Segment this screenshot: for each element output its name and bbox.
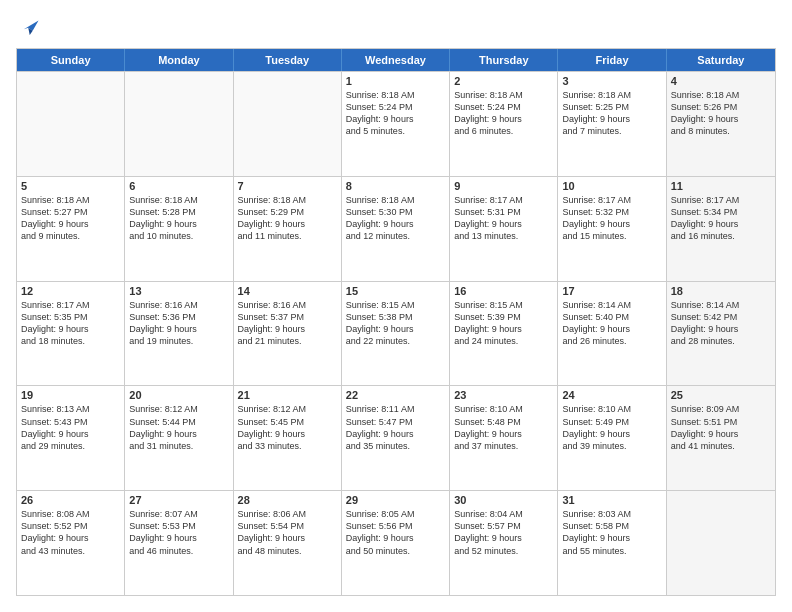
svg-marker-0 [24,20,39,30]
day-number: 24 [562,389,661,401]
day-cell-25: 25Sunrise: 8:09 AM Sunset: 5:51 PM Dayli… [667,386,775,490]
day-cell-26: 26Sunrise: 8:08 AM Sunset: 5:52 PM Dayli… [17,491,125,595]
day-cell-7: 7Sunrise: 8:18 AM Sunset: 5:29 PM Daylig… [234,177,342,281]
day-number: 15 [346,285,445,297]
day-info: Sunrise: 8:09 AM Sunset: 5:51 PM Dayligh… [671,403,771,452]
day-info: Sunrise: 8:16 AM Sunset: 5:37 PM Dayligh… [238,299,337,348]
day-cell-15: 15Sunrise: 8:15 AM Sunset: 5:38 PM Dayli… [342,282,450,386]
day-cell-13: 13Sunrise: 8:16 AM Sunset: 5:36 PM Dayli… [125,282,233,386]
calendar: SundayMondayTuesdayWednesdayThursdayFrid… [16,48,776,596]
logo-bird-icon [18,16,40,38]
day-number: 10 [562,180,661,192]
day-info: Sunrise: 8:15 AM Sunset: 5:39 PM Dayligh… [454,299,553,348]
day-info: Sunrise: 8:18 AM Sunset: 5:28 PM Dayligh… [129,194,228,243]
day-cell-16: 16Sunrise: 8:15 AM Sunset: 5:39 PM Dayli… [450,282,558,386]
day-info: Sunrise: 8:06 AM Sunset: 5:54 PM Dayligh… [238,508,337,557]
empty-cell-0-1 [125,72,233,176]
day-info: Sunrise: 8:14 AM Sunset: 5:40 PM Dayligh… [562,299,661,348]
day-cell-24: 24Sunrise: 8:10 AM Sunset: 5:49 PM Dayli… [558,386,666,490]
day-number: 22 [346,389,445,401]
day-cell-22: 22Sunrise: 8:11 AM Sunset: 5:47 PM Dayli… [342,386,450,490]
day-info: Sunrise: 8:18 AM Sunset: 5:24 PM Dayligh… [454,89,553,138]
day-cell-29: 29Sunrise: 8:05 AM Sunset: 5:56 PM Dayli… [342,491,450,595]
day-cell-28: 28Sunrise: 8:06 AM Sunset: 5:54 PM Dayli… [234,491,342,595]
calendar-header: SundayMondayTuesdayWednesdayThursdayFrid… [17,49,775,71]
day-cell-10: 10Sunrise: 8:17 AM Sunset: 5:32 PM Dayli… [558,177,666,281]
day-number: 18 [671,285,771,297]
day-info: Sunrise: 8:18 AM Sunset: 5:30 PM Dayligh… [346,194,445,243]
day-number: 9 [454,180,553,192]
day-cell-23: 23Sunrise: 8:10 AM Sunset: 5:48 PM Dayli… [450,386,558,490]
day-info: Sunrise: 8:14 AM Sunset: 5:42 PM Dayligh… [671,299,771,348]
day-cell-11: 11Sunrise: 8:17 AM Sunset: 5:34 PM Dayli… [667,177,775,281]
day-info: Sunrise: 8:17 AM Sunset: 5:32 PM Dayligh… [562,194,661,243]
calendar-row-1: 1Sunrise: 8:18 AM Sunset: 5:24 PM Daylig… [17,71,775,176]
empty-cell-0-2 [234,72,342,176]
day-info: Sunrise: 8:07 AM Sunset: 5:53 PM Dayligh… [129,508,228,557]
day-cell-5: 5Sunrise: 8:18 AM Sunset: 5:27 PM Daylig… [17,177,125,281]
day-info: Sunrise: 8:13 AM Sunset: 5:43 PM Dayligh… [21,403,120,452]
day-number: 27 [129,494,228,506]
day-number: 17 [562,285,661,297]
calendar-row-4: 19Sunrise: 8:13 AM Sunset: 5:43 PM Dayli… [17,385,775,490]
calendar-body: 1Sunrise: 8:18 AM Sunset: 5:24 PM Daylig… [17,71,775,595]
day-number: 21 [238,389,337,401]
day-number: 11 [671,180,771,192]
day-cell-31: 31Sunrise: 8:03 AM Sunset: 5:58 PM Dayli… [558,491,666,595]
day-info: Sunrise: 8:17 AM Sunset: 5:31 PM Dayligh… [454,194,553,243]
header [16,16,776,38]
day-number: 5 [21,180,120,192]
day-cell-8: 8Sunrise: 8:18 AM Sunset: 5:30 PM Daylig… [342,177,450,281]
page: SundayMondayTuesdayWednesdayThursdayFrid… [0,0,792,612]
day-info: Sunrise: 8:17 AM Sunset: 5:34 PM Dayligh… [671,194,771,243]
logo [16,16,40,38]
day-info: Sunrise: 8:15 AM Sunset: 5:38 PM Dayligh… [346,299,445,348]
day-header-wednesday: Wednesday [342,49,450,71]
day-info: Sunrise: 8:10 AM Sunset: 5:48 PM Dayligh… [454,403,553,452]
day-number: 23 [454,389,553,401]
day-info: Sunrise: 8:04 AM Sunset: 5:57 PM Dayligh… [454,508,553,557]
calendar-row-5: 26Sunrise: 8:08 AM Sunset: 5:52 PM Dayli… [17,490,775,595]
day-number: 4 [671,75,771,87]
day-cell-6: 6Sunrise: 8:18 AM Sunset: 5:28 PM Daylig… [125,177,233,281]
day-header-monday: Monday [125,49,233,71]
day-info: Sunrise: 8:16 AM Sunset: 5:36 PM Dayligh… [129,299,228,348]
day-number: 26 [21,494,120,506]
day-number: 25 [671,389,771,401]
day-cell-19: 19Sunrise: 8:13 AM Sunset: 5:43 PM Dayli… [17,386,125,490]
day-number: 30 [454,494,553,506]
day-number: 8 [346,180,445,192]
calendar-row-2: 5Sunrise: 8:18 AM Sunset: 5:27 PM Daylig… [17,176,775,281]
day-info: Sunrise: 8:18 AM Sunset: 5:24 PM Dayligh… [346,89,445,138]
day-info: Sunrise: 8:17 AM Sunset: 5:35 PM Dayligh… [21,299,120,348]
day-header-friday: Friday [558,49,666,71]
day-cell-27: 27Sunrise: 8:07 AM Sunset: 5:53 PM Dayli… [125,491,233,595]
empty-cell-0-0 [17,72,125,176]
day-header-saturday: Saturday [667,49,775,71]
day-cell-30: 30Sunrise: 8:04 AM Sunset: 5:57 PM Dayli… [450,491,558,595]
day-info: Sunrise: 8:10 AM Sunset: 5:49 PM Dayligh… [562,403,661,452]
day-cell-12: 12Sunrise: 8:17 AM Sunset: 5:35 PM Dayli… [17,282,125,386]
day-cell-14: 14Sunrise: 8:16 AM Sunset: 5:37 PM Dayli… [234,282,342,386]
day-cell-4: 4Sunrise: 8:18 AM Sunset: 5:26 PM Daylig… [667,72,775,176]
day-info: Sunrise: 8:08 AM Sunset: 5:52 PM Dayligh… [21,508,120,557]
day-info: Sunrise: 8:05 AM Sunset: 5:56 PM Dayligh… [346,508,445,557]
day-number: 14 [238,285,337,297]
day-cell-2: 2Sunrise: 8:18 AM Sunset: 5:24 PM Daylig… [450,72,558,176]
day-number: 6 [129,180,228,192]
day-header-thursday: Thursday [450,49,558,71]
day-number: 7 [238,180,337,192]
day-number: 20 [129,389,228,401]
day-cell-17: 17Sunrise: 8:14 AM Sunset: 5:40 PM Dayli… [558,282,666,386]
day-number: 3 [562,75,661,87]
day-info: Sunrise: 8:18 AM Sunset: 5:26 PM Dayligh… [671,89,771,138]
day-cell-1: 1Sunrise: 8:18 AM Sunset: 5:24 PM Daylig… [342,72,450,176]
day-info: Sunrise: 8:12 AM Sunset: 5:45 PM Dayligh… [238,403,337,452]
day-info: Sunrise: 8:18 AM Sunset: 5:27 PM Dayligh… [21,194,120,243]
day-number: 19 [21,389,120,401]
day-number: 31 [562,494,661,506]
day-number: 13 [129,285,228,297]
empty-cell-4-6 [667,491,775,595]
day-cell-20: 20Sunrise: 8:12 AM Sunset: 5:44 PM Dayli… [125,386,233,490]
day-number: 29 [346,494,445,506]
